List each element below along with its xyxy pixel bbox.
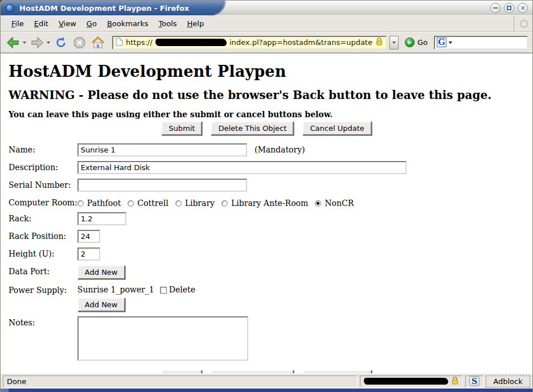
data-port-add-new-button[interactable]: Add New: [77, 265, 125, 279]
menu-bar: File Edit View Go Bookmarks Tools Help: [1, 15, 532, 32]
search-input[interactable]: [453, 38, 525, 47]
search-engine-dropdown-icon[interactable]: [449, 42, 452, 44]
go-label: Go: [417, 38, 428, 47]
radio-library-ante-room[interactable]: [222, 200, 228, 207]
adblock-button[interactable]: Adblock: [486, 376, 530, 387]
power-supply-item: Sunrise 1_power_1: [77, 285, 154, 294]
rack-position-field[interactable]: [77, 230, 100, 243]
forward-dropdown-icon[interactable]: [47, 42, 50, 44]
url-suffix: index.pl?app=hostadm&trans=update: [229, 38, 372, 47]
stop-button[interactable]: [72, 35, 87, 50]
page-title: HostADM Development Playpen: [9, 63, 524, 80]
radio-cottrell[interactable]: [128, 200, 134, 207]
firefox-globe-icon: [6, 4, 14, 13]
adblock-label: Adblock: [493, 377, 522, 386]
instruction-text: You can leave this page using either the…: [9, 110, 524, 119]
reload-button[interactable]: [53, 35, 69, 50]
extension-badge-panel[interactable]: S: [465, 376, 483, 387]
radio-pathfoot[interactable]: [77, 200, 84, 207]
warning-heading: WARNING - Please do not use the browser'…: [9, 88, 524, 102]
home-button[interactable]: [90, 35, 106, 50]
title-bar: HostADM Development Playpen - Firefox ✕: [1, 1, 532, 15]
name-field[interactable]: [77, 143, 247, 156]
radio-library-ante-room-label[interactable]: Library Ante-Room: [231, 199, 308, 208]
forward-button[interactable]: [29, 35, 50, 50]
name-row: Name: (Mandatory): [9, 141, 407, 159]
rack-field[interactable]: [77, 212, 126, 225]
menu-view[interactable]: View: [54, 17, 81, 30]
data-port-label: Data Port:: [9, 263, 77, 282]
window-bottom-border: [1, 389, 532, 392]
cancel-update-button-top[interactable]: Cancel Update: [302, 121, 371, 135]
serial-row: Serial Number:: [9, 176, 407, 194]
security-panel: [360, 376, 463, 387]
minimize-icon: [493, 7, 498, 9]
maximize-icon: [507, 6, 511, 10]
power-supply-delete-label[interactable]: Delete: [169, 285, 195, 294]
radio-cottrell-label[interactable]: Cottrell: [137, 199, 168, 208]
status-lock-icon: [451, 376, 459, 387]
description-field[interactable]: [77, 161, 407, 174]
height-row: Height (U):: [9, 245, 407, 263]
description-label: Description:: [9, 159, 77, 176]
navigation-toolbar: https:// index.pl?app=hostadm&trans=upda…: [1, 32, 532, 53]
rack-position-row: Rack Position:: [9, 228, 407, 245]
firefox-window: HostADM Development Playpen - Firefox ✕ …: [0, 0, 533, 392]
notes-field[interactable]: [77, 316, 248, 361]
back-dropdown-icon[interactable]: [23, 42, 26, 44]
redacted-status-host: [364, 378, 448, 385]
radio-pathfoot-label[interactable]: Pathfoot: [87, 199, 121, 208]
name-label: Name:: [9, 141, 77, 159]
delete-object-button-top[interactable]: Delete This Object: [211, 121, 294, 135]
menu-tools[interactable]: Tools: [154, 17, 182, 30]
browser-viewport: HostADM Development Playpen WARNING - Pl…: [1, 53, 532, 373]
menu-file[interactable]: File: [6, 17, 29, 30]
minimize-button[interactable]: [490, 3, 501, 13]
window-title: HostADM Development Playpen - Firefox: [19, 4, 189, 13]
notes-label: Notes:: [9, 314, 77, 365]
google-icon: G: [437, 38, 446, 47]
menu-bookmarks[interactable]: Bookmarks: [102, 17, 154, 30]
rack-row: Rack:: [9, 210, 407, 228]
mandatory-note: (Mandatory): [255, 145, 305, 154]
computer-room-label: Computer Room:: [9, 194, 77, 210]
menu-help[interactable]: Help: [182, 17, 210, 30]
height-field[interactable]: [77, 247, 100, 261]
submit-button-top[interactable]: Submit: [161, 121, 202, 135]
url-prefix: https://: [126, 38, 153, 47]
data-port-row: Data Port: Add New: [9, 263, 407, 282]
forward-icon: [29, 35, 45, 50]
height-label: Height (U):: [9, 245, 77, 263]
status-text-panel: Done: [3, 376, 358, 387]
title-tab: HostADM Development Playpen - Firefox: [1, 1, 210, 15]
close-button[interactable]: ✕: [518, 3, 528, 13]
serial-number-label: Serial Number:: [9, 176, 77, 194]
description-row: Description:: [9, 159, 407, 176]
rack-label: Rack:: [9, 210, 77, 228]
menu-edit[interactable]: Edit: [29, 17, 54, 30]
url-history-dropdown[interactable]: [390, 36, 399, 49]
power-supply-add-new-button[interactable]: Add New: [77, 298, 125, 312]
search-box[interactable]: G: [434, 36, 528, 49]
radio-library[interactable]: [175, 200, 182, 207]
page-icon: [116, 38, 123, 48]
host-form: Name: (Mandatory) Description: Serial Nu…: [9, 141, 407, 365]
lock-icon: [375, 37, 383, 48]
computer-room-row: Computer Room: Pathfoot Cottrell Library…: [9, 194, 407, 210]
serial-number-field[interactable]: [77, 179, 247, 192]
menu-go[interactable]: Go: [81, 17, 102, 30]
rack-position-label: Rack Position:: [9, 228, 77, 245]
maximize-button[interactable]: [504, 3, 514, 13]
go-button[interactable]: ▶ Go: [405, 38, 428, 47]
back-icon: [5, 35, 21, 50]
url-bar[interactable]: https:// index.pl?app=hostadm&trans=upda…: [112, 36, 387, 49]
redacted-hostname: [155, 39, 227, 46]
status-text: Done: [7, 377, 26, 386]
back-button[interactable]: [5, 35, 26, 50]
radio-noncr[interactable]: [315, 200, 321, 207]
top-button-row: Submit Delete This Object Cancel Update: [9, 121, 524, 135]
radio-library-label[interactable]: Library: [185, 199, 215, 208]
power-supply-delete-checkbox[interactable]: [160, 287, 167, 294]
radio-noncr-label[interactable]: NonCR: [325, 199, 354, 208]
close-icon: ✕: [520, 5, 525, 11]
